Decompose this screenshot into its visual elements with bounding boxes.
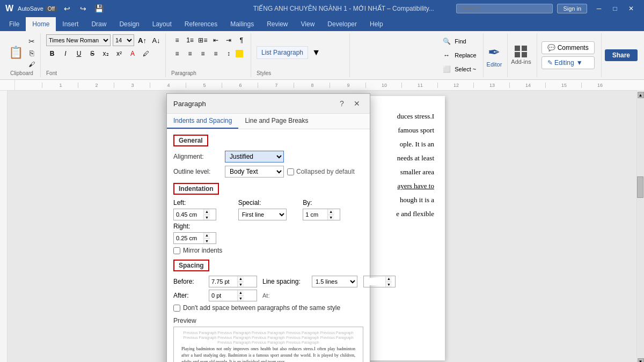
find-btn[interactable]: 🔍 (441, 35, 452, 47)
ruler-marks: 1 2 3 4 5 6 7 8 9 10 11 12 13 14 15 16 (15, 83, 644, 88)
minimize-btn[interactable]: ─ (591, 3, 606, 14)
search-input[interactable] (456, 4, 553, 13)
redo-btn[interactable]: ↪ (77, 3, 89, 14)
right-input[interactable] (174, 234, 203, 242)
line-spacing-select[interactable]: Single 1.5 lines Double At least Exactly… (312, 276, 357, 287)
outline-label: Outline level: (173, 168, 222, 175)
increase-indent-btn[interactable]: ⇥ (223, 34, 235, 46)
by-down-btn[interactable]: ▼ (328, 215, 334, 220)
line-spacing-btn[interactable]: ↕ (223, 48, 235, 60)
at-up-btn[interactable]: ▲ (386, 276, 392, 282)
tab-references[interactable]: References (178, 17, 224, 31)
tab-view[interactable]: View (295, 17, 321, 31)
dialog-tab-indents[interactable]: Indents and Spacing (167, 114, 238, 129)
right-up-btn[interactable]: ▲ (204, 233, 210, 239)
cut-btn[interactable]: ✂ (26, 36, 37, 47)
right-scrollbar[interactable]: ▲ ▼ (636, 91, 644, 362)
tab-mailings[interactable]: Mailings (224, 17, 260, 31)
window-close-btn[interactable]: ✕ (624, 3, 639, 14)
after-input[interactable] (209, 292, 237, 299)
collapsed-label: Collapsed by default (287, 168, 355, 175)
at-input[interactable] (364, 278, 385, 285)
before-input[interactable] (209, 278, 237, 285)
left-scrollbar[interactable] (0, 91, 8, 362)
select-btn[interactable]: ⬜ (441, 63, 452, 75)
align-center-btn[interactable]: ≡ (184, 48, 196, 60)
restore-btn[interactable]: □ (608, 3, 623, 14)
decrease-font-btn[interactable]: A↓ (150, 34, 162, 46)
tab-help[interactable]: Help (363, 17, 390, 31)
before-up-btn[interactable]: ▲ (238, 276, 244, 282)
collapsed-checkbox[interactable] (287, 168, 294, 175)
tab-file[interactable]: File (3, 17, 26, 31)
outline-select[interactable]: Body Text Level 1 Level 2 (225, 166, 284, 178)
comments-btn[interactable]: 💬 Comments (541, 41, 595, 54)
strikethrough-btn[interactable]: S (86, 48, 98, 60)
align-right-btn[interactable]: ≡ (197, 48, 209, 60)
alignment-row: Alignment: Left Centered Right Justified… (173, 151, 363, 162)
scroll-down-btn[interactable]: ▼ (638, 358, 644, 362)
font-family-select[interactable]: Times New Roman (46, 34, 111, 46)
decrease-indent-btn[interactable]: ⇤ (210, 34, 222, 46)
alignment-select[interactable]: Left Centered Right Justified Distribute… (225, 151, 284, 162)
undo-btn[interactable]: ↩ (61, 3, 73, 14)
dont-add-checkbox[interactable] (173, 305, 180, 312)
replace-label[interactable]: Replace (455, 52, 476, 58)
font-color-btn[interactable]: A (127, 48, 138, 60)
select-label[interactable]: Select ~ (455, 66, 476, 72)
find-label[interactable]: Find (455, 38, 466, 45)
tab-review[interactable]: Review (260, 17, 294, 31)
copy-btn[interactable]: ⎘ (26, 48, 37, 58)
after-up-btn[interactable]: ▲ (238, 290, 244, 296)
align-left-btn[interactable]: ≡ (171, 48, 183, 60)
left-up-btn[interactable]: ▲ (204, 209, 210, 215)
save-btn[interactable]: 💾 (93, 3, 105, 14)
bold-btn[interactable]: B (46, 48, 58, 60)
tab-insert[interactable]: Insert (56, 17, 85, 31)
tab-design[interactable]: Design (113, 17, 145, 31)
share-btn[interactable]: Share (605, 49, 638, 61)
scroll-thumb[interactable] (637, 176, 643, 198)
special-select[interactable]: (none) First line Hanging (238, 209, 287, 220)
dialog-close-btn[interactable]: ✕ (350, 98, 363, 109)
styles-active[interactable]: List Paragraph (257, 46, 308, 59)
justify-btn[interactable]: ≡ (210, 48, 222, 60)
bullets-btn[interactable]: ≡ (171, 34, 183, 46)
autosave-toggle[interactable]: AutoSave Off (18, 5, 57, 12)
mirror-checkbox[interactable] (173, 247, 180, 254)
by-up-btn[interactable]: ▲ (328, 209, 334, 215)
autosave-label: AutoSave (18, 5, 43, 12)
editing-btn[interactable]: ✎ Editing ▼ (541, 56, 595, 69)
format-painter-btn[interactable]: 🖌 (26, 60, 37, 69)
increase-font-btn[interactable]: A↑ (136, 34, 148, 46)
styles-expand-btn[interactable]: ▼ (310, 47, 322, 58)
show-formatting-btn[interactable]: ¶ (236, 34, 247, 46)
tab-draw[interactable]: Draw (85, 17, 113, 31)
right-down-btn[interactable]: ▼ (204, 239, 210, 244)
shading-btn[interactable] (236, 50, 243, 57)
numbering-btn[interactable]: 1≡ (184, 34, 196, 46)
before-down-btn[interactable]: ▼ (238, 282, 244, 287)
dialog-help-btn[interactable]: ? (335, 98, 348, 109)
left-down-btn[interactable]: ▼ (204, 215, 210, 220)
replace-btn[interactable]: ↔ (441, 49, 452, 61)
subscript-btn[interactable]: x₂ (100, 48, 112, 60)
superscript-btn[interactable]: x² (113, 48, 125, 60)
by-input[interactable] (303, 211, 327, 218)
at-down-btn[interactable]: ▼ (386, 282, 392, 287)
scroll-up-btn[interactable]: ▲ (638, 92, 644, 98)
signin-button[interactable]: Sign in (557, 4, 587, 13)
dialog-tab-breaks[interactable]: Line and Page Breaks (238, 114, 314, 129)
tab-layout[interactable]: Layout (146, 17, 178, 31)
italic-btn[interactable]: I (60, 48, 71, 60)
multilevel-btn[interactable]: ⊞≡ (197, 34, 209, 46)
after-down-btn[interactable]: ▼ (238, 296, 244, 301)
tab-home[interactable]: Home (26, 17, 56, 31)
font-size-select[interactable]: 14 (113, 34, 134, 46)
scroll-track (637, 98, 644, 358)
underline-btn[interactable]: U (73, 48, 85, 60)
tab-developer[interactable]: Developer (321, 17, 363, 31)
left-input[interactable] (174, 211, 203, 218)
paste-btn[interactable]: 📋 (6, 46, 25, 60)
highlight-btn[interactable]: 🖊 (140, 48, 152, 60)
